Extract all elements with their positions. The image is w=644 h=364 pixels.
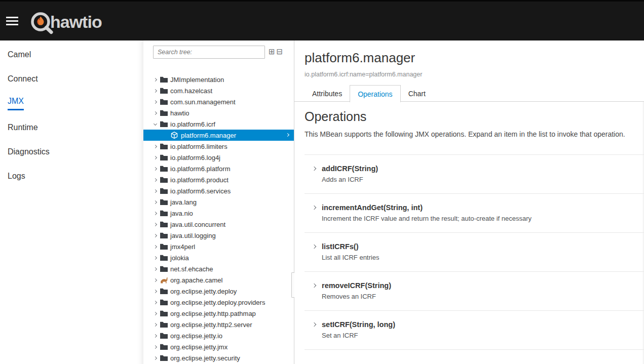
chevron-right-icon[interactable] <box>154 233 157 237</box>
nav-item-label: JMX <box>8 97 24 110</box>
chevron-right-icon[interactable] <box>154 322 157 326</box>
tab-attributes[interactable]: Attributes <box>305 85 350 102</box>
expand-all-button[interactable]: ⊞ <box>269 45 275 58</box>
nav-item-camel[interactable]: Camel <box>0 43 143 67</box>
tree-item[interactable]: io.platform6.product <box>143 174 294 185</box>
tree-item[interactable]: net.sf.ehcache <box>143 263 294 274</box>
tree-item-label: io.platform6.services <box>170 187 231 195</box>
chevron-right-icon[interactable] <box>154 278 157 281</box>
folder-icon <box>160 88 168 94</box>
tree-item[interactable]: com.hazelcast <box>143 85 294 96</box>
tree-item[interactable]: java.util.logging <box>143 230 294 241</box>
tree-item[interactable]: org.eclipse.jetty.deploy.providers <box>143 297 294 308</box>
chevron-right-icon[interactable] <box>154 256 157 259</box>
chevron-right-icon[interactable] <box>312 284 316 288</box>
tree-item[interactable]: org.eclipse.jetty.http.pathmap <box>143 308 294 319</box>
nav-item-label: Logs <box>8 172 25 181</box>
tree-item[interactable]: hawtio <box>143 107 294 118</box>
nav-item-connect[interactable]: Connect <box>0 67 143 91</box>
tree-item-label: org.apache.camel <box>170 276 222 284</box>
tree-item[interactable]: platform6.manager <box>143 130 294 141</box>
tree-item-label: io.platform6.platform <box>170 165 231 173</box>
chevron-right-icon[interactable] <box>154 345 157 348</box>
tree-item[interactable]: java.lang <box>143 196 294 208</box>
chevron-right-icon <box>286 133 289 137</box>
folder-icon <box>160 76 168 83</box>
chevron-right-icon[interactable] <box>154 167 157 170</box>
tree-item[interactable]: org.eclipse.jetty.deploy <box>143 286 294 297</box>
chevron-right-icon[interactable] <box>312 206 316 210</box>
tab-chart[interactable]: Chart <box>401 85 433 102</box>
chevron-right-icon[interactable] <box>154 334 157 337</box>
tree-item-label: net.sf.ehcache <box>170 265 213 273</box>
chevron-right-icon[interactable] <box>312 245 316 249</box>
chevron-down-icon[interactable] <box>154 122 157 125</box>
page-title: platform6.manager <box>305 50 644 66</box>
operations-heading: Operations <box>305 109 644 124</box>
collapse-all-button[interactable]: ⊟ <box>277 45 283 58</box>
operation-item[interactable]: removeICRF(String)Removes an ICRF <box>305 271 644 310</box>
tree-item[interactable]: org.eclipse.jetty.io <box>143 330 294 341</box>
tree-item[interactable]: JMImplementation <box>143 74 294 85</box>
tree-item[interactable]: io.platform6.limiters <box>143 141 294 152</box>
folder-icon <box>160 99 168 105</box>
operation-item[interactable]: listICRFs()List all ICRF entries <box>305 232 644 271</box>
search-input[interactable] <box>153 46 265 59</box>
chevron-right-icon[interactable] <box>154 77 157 81</box>
chevron-right-icon[interactable] <box>154 222 157 226</box>
folder-icon <box>160 244 168 250</box>
chevron-right-icon[interactable] <box>312 167 316 171</box>
tree-item[interactable]: com.sun.management <box>143 96 294 107</box>
operation-item[interactable]: addICRF(String)Adds an ICRF <box>305 154 644 193</box>
tree-item[interactable]: io.platform6.services <box>143 185 294 196</box>
chevron-right-icon[interactable] <box>154 155 157 159</box>
mbean-tree: JMImplementationcom.hazelcastcom.sun.man… <box>143 74 294 363</box>
tree-item[interactable]: jmx4perl <box>143 241 294 252</box>
chevron-right-icon[interactable] <box>312 322 316 327</box>
nav-item-label: Runtime <box>8 123 38 132</box>
nav-item-diagnostics[interactable]: Diagnostics <box>0 140 143 164</box>
operation-description: Adds an ICRF <box>322 175 644 184</box>
operation-signature: setICRF(String, long) <box>322 319 644 330</box>
chevron-right-icon[interactable] <box>154 100 157 103</box>
tree-item[interactable]: org.eclipse.jetty.jmx <box>143 341 294 352</box>
tree-item[interactable]: java.nio <box>143 208 294 219</box>
chevron-right-icon[interactable] <box>154 289 157 293</box>
chevron-right-icon[interactable] <box>154 200 157 204</box>
chevron-right-icon[interactable] <box>154 356 157 359</box>
chevron-right-icon[interactable] <box>154 311 157 315</box>
nav-item-logs[interactable]: Logs <box>0 164 143 188</box>
operation-description: Removes an ICRF <box>322 292 644 301</box>
tree-item[interactable]: org.eclipse.jetty.http2.server <box>143 319 294 330</box>
chevron-right-icon[interactable] <box>154 300 157 304</box>
tree-item-label: platform6.manager <box>181 132 236 139</box>
operation-item[interactable]: setICRF(String, long)Set an ICRF <box>305 310 644 349</box>
chevron-right-icon[interactable] <box>154 211 157 215</box>
chevron-right-icon[interactable] <box>154 245 157 248</box>
tree-item[interactable]: jolokia <box>143 252 294 263</box>
chevron-right-icon[interactable] <box>154 189 157 192</box>
nav-item-jmx[interactable]: JMX <box>0 91 143 115</box>
folder-icon <box>160 188 168 194</box>
chevron-right-icon[interactable] <box>154 89 157 92</box>
chevron-right-icon[interactable] <box>154 267 157 270</box>
tree-item[interactable]: org.eclipse.jetty.security <box>143 352 294 363</box>
tab-operations[interactable]: Operations <box>350 85 400 102</box>
tree-item[interactable]: io.platform6.icrf <box>143 118 294 130</box>
tree-item-label: hawtio <box>170 109 190 117</box>
chevron-right-icon[interactable] <box>154 144 157 148</box>
tree-item[interactable]: org.apache.camel <box>143 274 294 286</box>
nav-item-runtime[interactable]: Runtime <box>0 115 143 140</box>
tree-item[interactable]: java.util.concurrent <box>143 219 294 230</box>
tree-item[interactable]: io.platform6.log4j <box>143 152 294 163</box>
folder-icon <box>160 344 168 350</box>
operation-signature: removeICRF(String) <box>322 280 644 291</box>
chevron-right-icon[interactable] <box>154 111 157 114</box>
tree-item-label: io.platform6.log4j <box>170 154 220 161</box>
chevron-right-icon[interactable] <box>154 178 157 181</box>
hamburger-menu-icon[interactable] <box>6 16 20 27</box>
tree-item[interactable]: io.platform6.platform <box>143 163 294 174</box>
folder-icon <box>160 210 168 216</box>
operation-item[interactable]: incrementAndGet(String, int)Increment th… <box>305 193 644 232</box>
nav-item-label: Connect <box>8 74 38 84</box>
